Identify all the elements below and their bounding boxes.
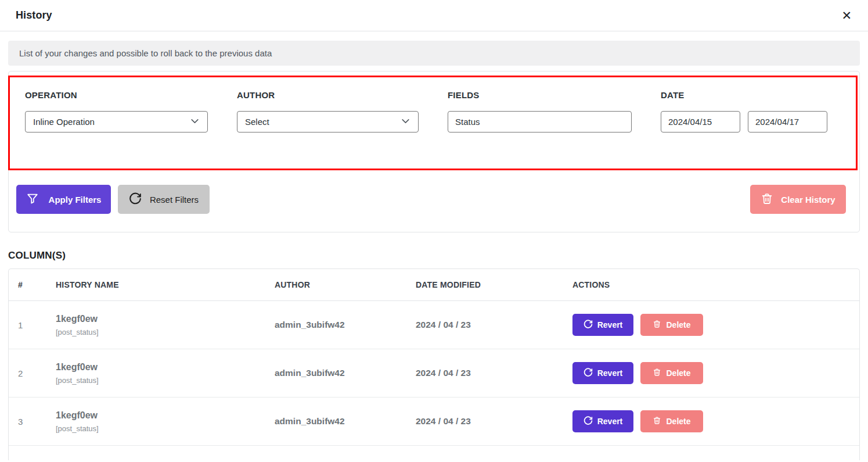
date-modified-cell: 2024 / 04 / 23 [416,368,572,378]
date-to-input[interactable] [748,111,827,132]
history-name: 1kegf0ew [56,314,275,324]
history-name: 1kegf0ew [56,362,275,373]
author-select[interactable]: Select [237,111,419,132]
revert-button[interactable]: Revert [572,362,633,384]
author-cell: admin_3ubifw42 [275,368,416,378]
apply-filters-button[interactable]: Apply Filters [16,185,111,214]
author-label: AUTHOR [237,90,419,100]
operation-filter-group: OPERATION Inline Operation [25,90,208,132]
filter-row: OPERATION Inline Operation AUTHOR Select [9,90,859,132]
clear-history-label: Clear History [781,195,835,205]
table-row: 2 1kegf0ew [post_status] admin_3ubifw42 … [9,349,859,397]
author-select-value: Select [245,117,269,127]
history-name-cell: 1kegf0ew [post_status] [56,314,275,336]
modal-content: List of your changes and possible to rol… [0,41,868,460]
delete-label: Delete [666,417,690,426]
refresh-icon [129,192,142,207]
date-modified-cell: 2024 / 04 / 23 [416,320,572,330]
history-field: [post_status] [56,424,275,433]
row-number: 3 [18,417,56,427]
date-filter-group: DATE [661,90,827,132]
delete-button[interactable]: Delete [640,410,703,432]
reset-filters-button[interactable]: Reset Filters [118,185,210,214]
operation-select[interactable]: Inline Operation [25,111,208,132]
notice-bar: List of your changes and possible to rol… [8,41,860,66]
chevron-down-icon [190,116,200,128]
history-name-cell: 1kegf0ew [post_status] [56,410,275,433]
filter-card: OPERATION Inline Operation AUTHOR Select [8,71,860,232]
col-header-author: AUTHOR [275,280,416,289]
funnel-icon [26,192,39,207]
filter-actions-row: Apply Filters Reset Filters Clear Histor… [9,185,859,214]
trash-icon [761,192,773,207]
row-number: 1 [18,320,56,330]
page-title: History [16,9,52,22]
table-header-row: # HISTORY NAME AUTHOR DATE MODIFIED ACTI… [9,269,859,301]
revert-button[interactable]: Revert [572,410,633,432]
revert-label: Revert [597,320,623,330]
clear-history-button[interactable]: Clear History [750,185,846,214]
history-name: 1kegf0ew [56,410,275,421]
row-actions: Revert Delete [572,314,859,336]
operation-label: OPERATION [25,90,208,100]
col-header-history-name: HISTORY NAME [56,280,275,289]
refresh-icon [584,416,593,427]
history-field: [post_status] [56,376,275,385]
table-row: 3 1kegf0ew [post_status] admin_3ubifw42 … [9,397,859,446]
author-cell: admin_3ubifw42 [275,416,416,427]
col-header-date-modified: DATE MODIFIED [416,280,572,289]
row-number: 2 [18,368,56,378]
col-header-actions: ACTIONS [572,280,859,289]
refresh-icon [584,368,593,379]
history-table: # HISTORY NAME AUTHOR DATE MODIFIED ACTI… [8,268,860,460]
history-field: [post_status] [56,328,275,336]
delete-label: Delete [666,368,690,378]
fields-input[interactable] [448,111,632,132]
fields-label: FIELDS [448,90,632,100]
delete-label: Delete [666,320,690,330]
apply-filters-label: Apply Filters [49,195,102,205]
trash-icon [653,368,661,378]
history-name-cell: 1kegf0ew [post_status] [56,362,275,385]
delete-button[interactable]: Delete [640,314,703,336]
chevron-down-icon [401,116,410,128]
reset-filters-label: Reset Filters [150,195,199,205]
trash-icon [653,416,661,427]
col-header-num: # [18,280,56,289]
author-filter-group: AUTHOR Select [237,90,419,132]
row-actions: Revert Delete [572,362,859,384]
row-actions: Revert Delete [572,410,859,432]
author-cell: admin_3ubifw42 [275,320,416,330]
date-modified-cell: 2024 / 04 / 23 [416,416,572,427]
refresh-icon [584,320,593,331]
modal-header: History ✕ [0,0,868,31]
table-row: 1 1kegf0ew [post_status] admin_3ubifw42 … [9,301,859,349]
revert-button[interactable]: Revert [572,314,633,336]
operation-select-value: Inline Operation [33,117,95,127]
date-label: DATE [661,90,827,100]
date-from-input[interactable] [661,111,740,132]
fields-filter-group: FIELDS [448,90,632,132]
close-icon[interactable]: ✕ [839,7,854,24]
columns-section-title: COLUMN(S) [8,250,860,262]
trash-icon [653,320,661,330]
notice-text: List of your changes and possible to rol… [19,48,272,58]
delete-button[interactable]: Delete [640,362,703,384]
revert-label: Revert [597,368,623,378]
revert-label: Revert [597,417,623,426]
